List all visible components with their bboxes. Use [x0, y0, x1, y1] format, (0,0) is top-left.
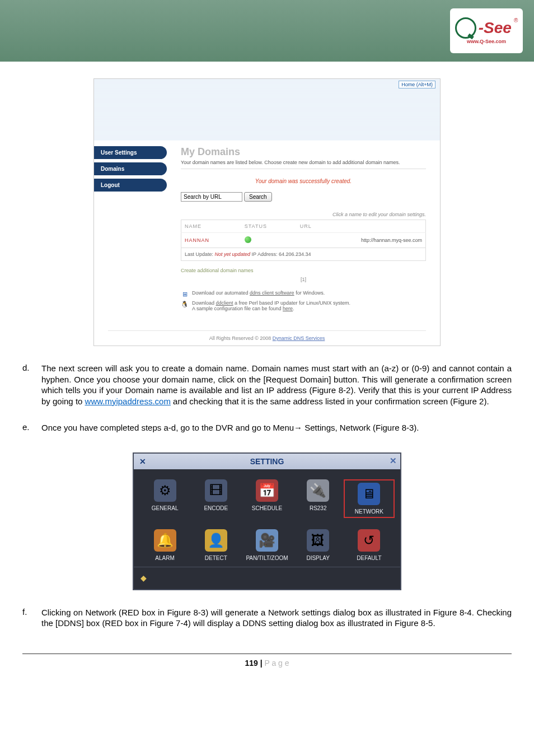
- click-edit-hint: Click a name to edit your domain setting…: [181, 212, 426, 217]
- here-link[interactable]: here: [283, 306, 293, 311]
- setting-item-rs232[interactable]: 🔌RS232: [293, 479, 344, 518]
- dialog-logo-icon: ✕: [137, 456, 148, 467]
- status-ok-icon: [245, 236, 251, 243]
- domain-name: HANNAN: [181, 233, 241, 248]
- last-update: Last Update: Not yet updated IP Address:…: [181, 248, 426, 261]
- list-marker-e: e.: [22, 422, 32, 441]
- pan-tilt-zoom-icon: 🎥: [256, 529, 278, 552]
- windows-icon: ⊞: [181, 290, 189, 298]
- myipaddress-link[interactable]: www.myipaddress.com: [85, 396, 171, 406]
- page-title: My Domains: [181, 146, 426, 158]
- nav-user-settings[interactable]: User Settings: [94, 146, 167, 159]
- ddns-client-link[interactable]: ddns client software: [250, 290, 294, 296]
- search-input[interactable]: [181, 192, 242, 202]
- setting-item-pan-tilt-zoom[interactable]: 🎥PAN/TILT/ZOOM: [241, 529, 292, 561]
- dialog-footer: ◆: [134, 567, 400, 589]
- paragraph-f: Clicking on Network (RED box in Figure 8…: [41, 607, 512, 629]
- page-header: -See ® www.Q-See.com: [0, 0, 534, 62]
- logo-url: www.Q-See.com: [467, 39, 506, 44]
- setting-label: ALARM: [155, 555, 174, 561]
- domain-table: NAME STATUS URL HANNAN http://hannan.myq…: [181, 220, 426, 248]
- default-icon: ↺: [358, 529, 380, 552]
- page-subtitle: Your domain names are listed below. Choo…: [181, 160, 426, 169]
- setting-label: DETECT: [205, 555, 227, 561]
- domain-status: [241, 233, 297, 248]
- setting-item-general[interactable]: ⚙GENERAL: [139, 479, 190, 518]
- create-domain-link[interactable]: Create additional domain names: [181, 268, 426, 273]
- footer-cursor-icon: ◆: [140, 573, 147, 582]
- setting-item-schedule[interactable]: 📅SCHEDULE: [241, 479, 292, 518]
- setting-item-default[interactable]: ↺DEFAULT: [344, 529, 395, 561]
- linux-icon: 🐧: [181, 300, 189, 308]
- home-link[interactable]: Home (Alt+M): [399, 81, 435, 88]
- close-icon[interactable]: ✕: [390, 456, 397, 466]
- domain-url: http://hannan.myq-see.com: [297, 233, 426, 248]
- th-url: URL: [297, 220, 426, 233]
- display-icon: 🖼: [307, 529, 329, 552]
- list-marker-d: d.: [22, 363, 32, 414]
- setting-label: ENCODE: [204, 505, 228, 511]
- figure-ddns-page: Home (Alt+M) User Settings Domains Logou…: [93, 78, 441, 346]
- page-footer: 119 | P a g e: [22, 654, 512, 668]
- figure-footer: All Rights Reserved © 2008 Dynamic DNS S…: [108, 330, 426, 346]
- download-win-text: Download our automated ddns client softw…: [192, 290, 325, 296]
- th-status: STATUS: [241, 220, 297, 233]
- paragraph-d: The next screen will ask you to create a…: [41, 363, 512, 407]
- page-word: P a g e: [264, 659, 289, 668]
- search-button[interactable]: Search: [244, 192, 272, 202]
- nav-logout[interactable]: Logout: [94, 179, 167, 192]
- figure-setting-dialog: ✕ SETTING ✕ ⚙GENERAL🎞ENCODE📅SCHEDULE🔌RS2…: [133, 452, 401, 590]
- encode-icon: 🎞: [205, 479, 227, 502]
- th-name: NAME: [181, 220, 241, 233]
- setting-label: DEFAULT: [357, 555, 381, 561]
- setting-item-network[interactable]: 🖥NETWORK: [344, 479, 395, 518]
- general-icon: ⚙: [154, 479, 176, 502]
- download-linux-text: Download ddclient a free Perl based IP u…: [192, 300, 350, 311]
- logo-q-icon: [455, 17, 476, 39]
- paragraph-e: Once you have completed steps a-d, go to…: [41, 422, 512, 433]
- pager: [1]: [181, 277, 426, 282]
- setting-label: GENERAL: [152, 505, 179, 511]
- setting-label: PAN/TILT/ZOOM: [246, 555, 288, 561]
- page-number: 119 |: [245, 659, 264, 668]
- qsee-logo: -See ® www.Q-See.com: [450, 8, 523, 53]
- dialog-titlebar: ✕ SETTING ✕: [134, 454, 400, 469]
- nav-domains[interactable]: Domains: [94, 162, 167, 175]
- schedule-icon: 📅: [256, 479, 278, 502]
- setting-label: RS232: [310, 505, 327, 511]
- list-marker-f: f.: [22, 607, 32, 637]
- detect-icon: 👤: [205, 529, 227, 552]
- table-row[interactable]: HANNAN http://hannan.myq-see.com: [181, 233, 426, 248]
- logo-see-text: -See: [479, 19, 512, 37]
- setting-item-display[interactable]: 🖼DISPLAY: [293, 529, 344, 561]
- logo-reg: ®: [514, 17, 518, 24]
- success-message: Your domain was successfully created.: [181, 178, 426, 184]
- setting-item-detect[interactable]: 👤DETECT: [190, 529, 241, 561]
- setting-label: DISPLAY: [306, 555, 330, 561]
- network-icon: 🖥: [358, 483, 380, 505]
- setting-item-encode[interactable]: 🎞ENCODE: [190, 479, 241, 518]
- rs232-icon: 🔌: [307, 479, 329, 502]
- ddclient-link[interactable]: ddclient: [216, 300, 233, 306]
- sidebar-nav: User Settings Domains Logout: [94, 141, 167, 319]
- setting-label: NETWORK: [355, 508, 383, 515]
- setting-item-alarm[interactable]: 🔔ALARM: [139, 529, 190, 561]
- setting-label: SCHEDULE: [252, 505, 282, 511]
- alarm-icon: 🔔: [154, 529, 176, 552]
- dialog-title: SETTING: [250, 457, 284, 466]
- dns-services-link[interactable]: Dynamic DNS Services: [273, 335, 325, 341]
